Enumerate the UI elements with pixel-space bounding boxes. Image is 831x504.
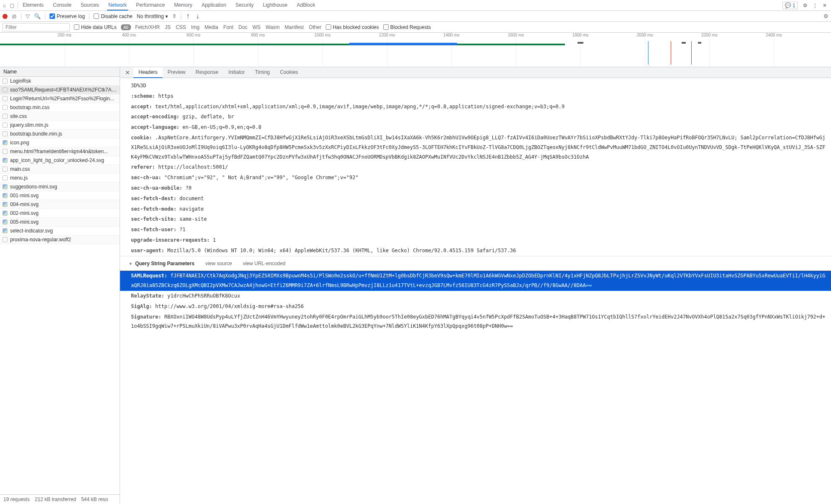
query-param-row[interactable]: RelayState: y1drcHwChPhSRRuOBfK8Ocux	[120, 291, 831, 301]
record-button[interactable]	[3, 14, 8, 19]
request-row[interactable]: icon.png	[0, 138, 120, 147]
tab-performance[interactable]: Performance	[135, 0, 166, 10]
tab-adblock[interactable]: AdBlock	[295, 0, 316, 10]
disable-cache-checkbox[interactable]: Disable cache	[94, 13, 132, 19]
header-row[interactable]: sec-fetch-site: same-site	[120, 214, 831, 225]
tab-security[interactable]: Security	[234, 0, 255, 10]
throttling-select[interactable]: No throttling ▾	[137, 13, 168, 19]
view-source-link[interactable]: view source	[205, 259, 232, 269]
tab-elements[interactable]: Elements	[21, 0, 45, 10]
header-row[interactable]: accept: text/html,application/xhtml+xml,…	[120, 102, 831, 112]
hide-data-urls-checkbox[interactable]: Hide data URLs	[74, 24, 117, 30]
detail-tab-response[interactable]: Response	[191, 67, 223, 78]
filter-all[interactable]: All	[121, 24, 131, 30]
request-row[interactable]: main.css	[0, 165, 120, 174]
timeline-tick: 1000 ms	[314, 33, 330, 37]
header-row[interactable]: sec-fetch-mode: navigate	[120, 204, 831, 214]
header-row[interactable]: cookie: .AspNetCore.Antiforgery.YVImNMQm…	[120, 133, 831, 162]
tab-sources[interactable]: Sources	[79, 0, 100, 10]
query-param-row[interactable]: SAMLRequest: fJFBT4NAEIX/Ctk7AqXodgJNqj3…	[120, 271, 831, 291]
request-row[interactable]: site.css	[0, 112, 120, 121]
header-row[interactable]: 3D%3D	[120, 81, 831, 91]
preserve-log-checkbox[interactable]: Preserve log	[50, 13, 85, 19]
detail-tab-cookies[interactable]: Cookies	[275, 67, 303, 78]
filter-type-wasm[interactable]: Wasm	[266, 24, 280, 30]
filter-type-font[interactable]: Font	[223, 24, 233, 30]
filter-type-img[interactable]: Img	[191, 24, 199, 30]
inspect-icon[interactable]: ⟀	[3, 3, 6, 8]
detail-tab-preview[interactable]: Preview	[162, 67, 191, 78]
request-row[interactable]: suggestions-mini.svg	[0, 183, 120, 191]
messages-badge[interactable]: 💬 1	[782, 2, 798, 9]
export-icon[interactable]: ⭳	[195, 13, 201, 19]
network-timeline[interactable]: 200 ms400 ms600 ms800 ms1000 ms1200 ms14…	[0, 33, 831, 67]
filter-type-ws[interactable]: WS	[252, 24, 260, 30]
blocked-cookies-checkbox[interactable]: Has blocked cookies	[326, 24, 379, 30]
query-params-header[interactable]: ▼Query String Parametersview sourceview …	[120, 256, 831, 271]
view-url-encoded-link[interactable]: view URL-encoded	[243, 259, 285, 269]
header-row[interactable]: user-agent: Mozilla/5.0 (Windows NT 10.0…	[120, 245, 831, 256]
filter-type-media[interactable]: Media	[204, 24, 218, 30]
detail-tab-headers[interactable]: Headers	[133, 67, 162, 78]
header-row[interactable]: referer: https://localhost:5001/	[120, 162, 831, 172]
search-icon[interactable]: 🔍	[34, 13, 41, 19]
name-column-header[interactable]: Name	[0, 67, 120, 77]
header-row[interactable]: sec-fetch-user: ?1	[120, 225, 831, 235]
filter-type-fetch-xhr[interactable]: Fetch/XHR	[135, 24, 160, 30]
device-toggle-icon[interactable]: ▢	[10, 3, 14, 8]
request-row[interactable]: proxima-nova-regular.woff2	[0, 235, 120, 244]
request-row[interactable]: bootstrap.min.css	[0, 103, 120, 112]
timeline-tick: 2400 ms	[766, 33, 782, 37]
detail-tab-timing[interactable]: Timing	[250, 67, 275, 78]
gear-icon[interactable]: ⚙	[803, 3, 807, 8]
wifi-icon[interactable]: ⥣	[172, 13, 177, 19]
header-row[interactable]: accept-language: en-GB,en-US;q=0.9,en;q=…	[120, 122, 831, 133]
request-row[interactable]: LoginRsk	[0, 77, 120, 86]
header-row[interactable]: upgrade-insecure-requests: 1	[120, 235, 831, 245]
tab-console[interactable]: Console	[52, 0, 73, 10]
detail-tab-initiator[interactable]: Initiator	[223, 67, 250, 78]
file-icon	[3, 175, 8, 180]
header-row[interactable]: :scheme: https	[120, 91, 831, 102]
request-row[interactable]: app_icon_light_bg_color_unlocked-24.svg	[0, 156, 120, 165]
request-row[interactable]: 001-mini.svg	[0, 191, 120, 200]
tab-memory[interactable]: Memory	[173, 0, 193, 10]
more-icon[interactable]: ⋮	[813, 3, 818, 8]
request-row[interactable]: menu.html?frameIdentifier=lqm44n&token..…	[0, 147, 120, 156]
filter-icon[interactable]: ▽	[26, 13, 30, 19]
file-icon	[3, 123, 8, 128]
header-row[interactable]: sec-fetch-dest: document	[120, 193, 831, 204]
tab-lighthouse[interactable]: Lighthouse	[261, 0, 289, 10]
request-row[interactable]: menu.js	[0, 174, 120, 183]
tab-network[interactable]: Network	[107, 0, 128, 10]
settings-icon[interactable]: ⚙	[823, 13, 828, 19]
request-row[interactable]: 002-mini.svg	[0, 209, 120, 218]
import-icon[interactable]: ⭱	[186, 13, 191, 19]
header-row[interactable]: accept-encoding: gzip, deflate, br	[120, 112, 831, 122]
clear-icon[interactable]: ⊘	[12, 13, 17, 20]
file-icon	[3, 219, 8, 225]
request-row[interactable]: bootstrap.bundle.min.js	[0, 130, 120, 138]
close-details-icon[interactable]: ✕	[122, 69, 133, 76]
filter-type-other[interactable]: Other	[309, 24, 321, 30]
tab-application[interactable]: Application	[200, 0, 227, 10]
filter-input[interactable]	[3, 23, 70, 31]
header-row[interactable]: sec-ch-ua: "Chromium";v="92", " Not A;Br…	[120, 172, 831, 183]
filter-type-doc[interactable]: Doc	[238, 24, 247, 30]
close-icon[interactable]: ✕	[823, 3, 827, 8]
blocked-requests-checkbox[interactable]: Blocked Requests	[383, 24, 431, 30]
file-icon	[3, 228, 8, 233]
request-row[interactable]: select-indicator.svg	[0, 227, 120, 235]
filter-type-js[interactable]: JS	[165, 24, 171, 30]
request-row[interactable]: 004-mini.svg	[0, 200, 120, 209]
header-row[interactable]: sec-ch-ua-mobile: ?0	[120, 183, 831, 193]
filter-type-css[interactable]: CSS	[176, 24, 186, 30]
request-name: Login?ReturnUrl=%2Fsaml%2Fsso%2Flogin...	[10, 96, 114, 102]
query-param-row[interactable]: SigAlg: http://www.w3.org/2001/04/xmldsi…	[120, 301, 831, 312]
request-row[interactable]: sso?SAMLRequest=fJFBT4NAEIX%2FCtk7Aq...	[0, 86, 120, 94]
request-row[interactable]: Login?ReturnUrl=%2Fsaml%2Fsso%2Flogin...	[0, 94, 120, 103]
request-row[interactable]: 005-mini.svg	[0, 218, 120, 227]
filter-type-manifest[interactable]: Manifest	[285, 24, 303, 30]
query-param-row[interactable]: Signature: RBXOxniIWO48W8UdsPyp4uLYfjZUc…	[120, 312, 831, 332]
request-row[interactable]: jquery.slim.min.js	[0, 121, 120, 130]
